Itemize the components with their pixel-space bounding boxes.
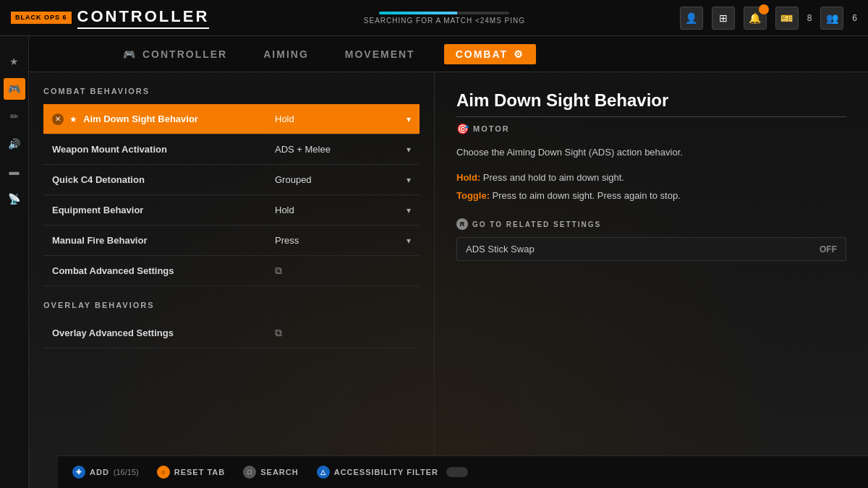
toggle-prefix: Toggle: xyxy=(456,190,490,201)
info-toggle-text: Toggle: Press to aim down sight. Press a… xyxy=(456,189,846,204)
info-panel-title: Aim Down Sight Behavior xyxy=(456,90,846,117)
row-equipment-label: Equipment Behavior xyxy=(52,205,143,215)
row-overlay-advanced-left: Overlay Advanced Settings xyxy=(43,328,275,338)
row-quick-c4[interactable]: Quick C4 Detonation Grouped ▾ xyxy=(43,165,420,195)
motor-text: MOTOR xyxy=(473,124,510,133)
friends-icon[interactable]: 👥 xyxy=(820,7,843,30)
row-overlay-advanced-right: ⧉ xyxy=(275,327,420,339)
nav-tabs: 🎮 CONTROLLER AIMING MOVEMENT COMBAT ⚙ xyxy=(29,36,868,72)
reset-tab-button[interactable]: ○ RESET TAB xyxy=(157,466,226,479)
row-aim-down-sight-right: Hold ▾ xyxy=(275,114,420,124)
related-settings: R GO TO RELATED SETTINGS ADS Stick Swap … xyxy=(456,218,846,261)
row-manual-fire-left: Manual Fire Behavior xyxy=(43,235,275,246)
row-quick-c4-right: Grouped ▾ xyxy=(275,174,420,185)
row-aim-down-sight[interactable]: ✕ ★ Aim Down Sight Behavior Hold ▾ xyxy=(43,104,420,134)
star-icon-ads[interactable]: ★ xyxy=(69,114,77,124)
chevron-down-icon-ads: ▾ xyxy=(407,114,411,124)
accessibility-label: ACCESSIBILITY FILTER xyxy=(334,468,438,476)
profile-icon[interactable]: 👤 xyxy=(680,7,703,30)
tab-controller-icon: 🎮 xyxy=(123,48,137,60)
searching-bar-container xyxy=(379,12,509,14)
logo-line1: BLACK OPS 6 xyxy=(15,14,67,22)
row-combat-advanced-label: Combat Advanced Settings xyxy=(52,265,174,276)
related-label: R GO TO RELATED SETTINGS xyxy=(456,218,846,230)
sidebar-icon-edit[interactable]: ✏ xyxy=(4,106,25,127)
search-label: SEARCH xyxy=(260,468,298,476)
sidebar-icon-audio[interactable]: 🔊 xyxy=(4,133,25,155)
row-manual-fire-right: Press ▾ xyxy=(275,235,420,246)
logo-title-area: CONTROLLER xyxy=(77,7,210,29)
chevron-down-icon-weapon: ▾ xyxy=(407,145,411,155)
search-icon: □ xyxy=(243,466,256,479)
sidebar-icon-controller[interactable]: 🎮 xyxy=(4,78,25,100)
top-bar: BLACK OPS 6 CONTROLLER SEARCHING FOR A M… xyxy=(0,0,868,36)
notification-badge xyxy=(759,4,769,14)
row-quick-c4-label: Quick C4 Detonation xyxy=(52,174,145,185)
hold-prefix: Hold: xyxy=(456,172,480,183)
info-description: Choose the Aiming Down Sight (ADS) actio… xyxy=(456,145,846,160)
bottom-bar: ✚ ADD (16/15) ○ RESET TAB □ SEARCH △ ACC… xyxy=(58,455,868,488)
chevron-down-icon-c4: ▾ xyxy=(407,175,411,185)
tab-movement[interactable]: MOVEMENT xyxy=(338,45,422,64)
tab-combat[interactable]: COMBAT ⚙ xyxy=(444,44,536,64)
store-icon[interactable]: 🎫 xyxy=(775,7,799,30)
logo-area: BLACK OPS 6 CONTROLLER xyxy=(11,7,209,29)
sidebar-icon-network[interactable]: 📡 xyxy=(4,188,25,210)
close-icon-ads[interactable]: ✕ xyxy=(52,114,64,125)
row-manual-fire-value: Press xyxy=(275,235,299,246)
settings-panel: COMBAT BEHAVIORS ✕ ★ Aim Down Sight Beha… xyxy=(29,72,434,488)
info-hold-text: Hold: Press and hold to aim down sight. xyxy=(456,171,846,186)
related-ads-stick-value: OFF xyxy=(820,244,837,254)
external-link-icon-combat[interactable]: ⧉ xyxy=(275,265,282,277)
info-panel: Aim Down Sight Behavior 🎯 MOTOR Choose t… xyxy=(434,72,868,488)
hold-text: Press and hold to aim down sight. xyxy=(483,172,624,183)
sidebar-icon-display[interactable]: ▬ xyxy=(4,160,25,182)
row-aim-down-sight-label: Aim Down Sight Behavior xyxy=(83,114,198,124)
searching-bar-fill xyxy=(379,12,457,14)
related-label-text: GO TO RELATED SETTINGS xyxy=(472,221,601,228)
row-combat-advanced-right: ⧉ xyxy=(275,265,420,277)
top-right: 👤 ⊞ 🔔 🎫 8 👥 6 xyxy=(680,7,857,30)
motor-badge: 🎯 MOTOR xyxy=(456,123,846,134)
row-equipment-right: Hold ▾ xyxy=(275,205,420,215)
tab-aiming-label: AIMING xyxy=(263,48,309,60)
chevron-down-icon-fire: ▾ xyxy=(407,236,411,246)
row-overlay-advanced[interactable]: Overlay Advanced Settings ⧉ xyxy=(43,318,420,348)
accessibility-filter-button[interactable]: △ ACCESSIBILITY FILTER xyxy=(317,466,468,479)
row-manual-fire[interactable]: Manual Fire Behavior Press ▾ xyxy=(43,226,420,256)
row-combat-advanced[interactable]: Combat Advanced Settings ⧉ xyxy=(43,256,420,286)
row-weapon-mount[interactable]: Weapon Mount Activation ADS + Melee ▾ xyxy=(43,134,420,165)
external-link-icon-overlay[interactable]: ⧉ xyxy=(275,327,282,339)
tab-controller[interactable]: 🎮 CONTROLLER xyxy=(116,45,234,64)
row-aim-down-sight-left: ✕ ★ Aim Down Sight Behavior xyxy=(43,114,275,125)
row-equipment-value: Hold xyxy=(275,205,294,215)
add-button[interactable]: ✚ ADD (16/15) xyxy=(72,466,139,479)
grid-icon[interactable]: ⊞ xyxy=(712,7,735,30)
add-count: (16/15) xyxy=(114,468,139,476)
toggle-text: Press to aim down sight. Press again to … xyxy=(493,190,681,201)
count2: 6 xyxy=(852,13,857,23)
tab-movement-label: MOVEMENT xyxy=(345,48,415,60)
chevron-down-icon-equip: ▾ xyxy=(407,205,411,215)
row-aim-down-sight-value: Hold xyxy=(275,114,294,124)
sidebar-icon-star[interactable]: ★ xyxy=(4,51,25,72)
row-quick-c4-left: Quick C4 Detonation xyxy=(43,174,275,185)
reset-icon: ○ xyxy=(157,466,170,479)
related-ads-stick-label: ADS Stick Swap xyxy=(466,244,535,254)
tab-controller-label: CONTROLLER xyxy=(142,48,227,60)
accessibility-toggle[interactable] xyxy=(446,467,468,477)
reset-label: RESET TAB xyxy=(174,468,226,476)
search-button[interactable]: □ SEARCH xyxy=(243,466,298,479)
row-combat-advanced-left: Combat Advanced Settings xyxy=(43,265,275,276)
row-weapon-mount-left: Weapon Mount Activation xyxy=(43,144,275,155)
row-equipment[interactable]: Equipment Behavior Hold ▾ xyxy=(43,195,420,226)
notification-icon[interactable]: 🔔 xyxy=(744,7,767,30)
row-weapon-mount-label: Weapon Mount Activation xyxy=(52,144,167,155)
count1: 8 xyxy=(807,13,812,23)
motor-icon: 🎯 xyxy=(456,123,469,134)
content-area: COMBAT BEHAVIORS ✕ ★ Aim Down Sight Beha… xyxy=(29,72,868,488)
tab-aiming[interactable]: AIMING xyxy=(256,45,316,64)
related-row-ads-stick[interactable]: ADS Stick Swap OFF xyxy=(456,237,846,261)
row-quick-c4-value: Grouped xyxy=(275,174,312,185)
row-equipment-left: Equipment Behavior xyxy=(43,205,275,215)
